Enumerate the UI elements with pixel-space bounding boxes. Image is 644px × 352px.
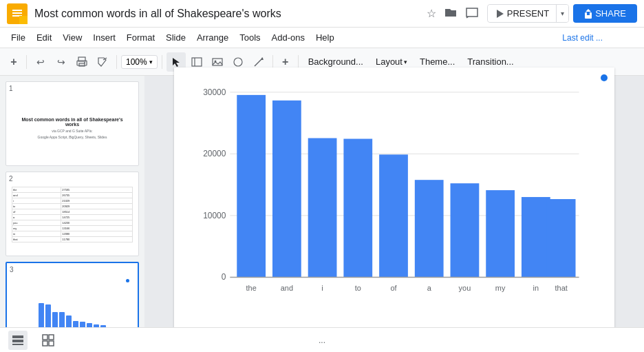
svg-text:and: and [281, 284, 293, 292]
slide-canvas[interactable]: 30000 20000 10000 0 the and [174, 68, 614, 336]
mini-bar [52, 312, 58, 327]
menu-slide[interactable]: Slide [160, 30, 191, 45]
svg-text:the: the [246, 284, 257, 292]
list-view-button[interactable] [8, 331, 28, 350]
undo-button[interactable]: ↩ [31, 52, 50, 72]
svg-rect-14 [192, 58, 202, 66]
svg-marker-7 [586, 9, 591, 12]
svg-rect-43 [486, 190, 515, 277]
slide-preview-2: the27595and26735i21029to20929of18514a147… [9, 184, 136, 253]
mini-table: the27595and26735i21029to20929of18514a147… [12, 187, 133, 242]
svg-rect-31 [272, 100, 301, 277]
present-label: PRESENT [507, 8, 549, 19]
menu-format[interactable]: Format [121, 30, 160, 45]
canvas-area: 30000 20000 10000 0 the and [144, 76, 644, 327]
svg-rect-1 [12, 10, 22, 11]
share-button[interactable]: SHARE [573, 4, 637, 23]
toolbar-divider-2 [116, 55, 117, 69]
toolbar-divider-3 [162, 55, 162, 69]
doc-title: Most common words in all of Shakespeare'… [34, 8, 422, 20]
slide-thumb-3[interactable]: 3 [6, 262, 139, 327]
svg-rect-3 [12, 15, 22, 17]
slide-preview-3 [10, 275, 135, 327]
slide-number-2: 2 [9, 175, 136, 183]
add-slide-button[interactable]: + [6, 52, 22, 72]
toolbar-divider-4 [272, 55, 273, 69]
grid-view-button[interactable] [39, 331, 58, 350]
svg-text:10000: 10000 [203, 210, 226, 220]
slide-preview-1: Most common words in all of Shakespeare'… [9, 94, 136, 163]
svg-text:0: 0 [222, 272, 226, 282]
svg-rect-55 [43, 341, 47, 346]
svg-text:that: that [555, 284, 568, 292]
svg-text:a: a [427, 284, 432, 292]
slide-number-3: 3 [10, 266, 135, 273]
svg-rect-51 [12, 340, 23, 342]
svg-text:30000: 30000 [203, 87, 226, 96]
mini-bar [45, 304, 51, 327]
menu-addons[interactable]: Add-ons [266, 30, 310, 45]
menu-arrange[interactable]: Arrange [191, 30, 234, 45]
slide-thumb-2[interactable]: 2 the27595and26735i21029to20929of18514a1… [6, 172, 139, 256]
svg-text:20000: 20000 [203, 149, 226, 158]
svg-rect-33 [308, 138, 337, 277]
star-icon[interactable]: ☆ [427, 7, 436, 20]
menu-help[interactable]: Help [310, 30, 340, 45]
svg-rect-52 [12, 344, 23, 345]
redo-button[interactable]: ↪ [52, 52, 71, 72]
svg-rect-54 [49, 335, 54, 340]
comment-button[interactable] [461, 3, 483, 25]
menu-tools[interactable]: Tools [234, 30, 266, 45]
svg-text:to: to [355, 284, 361, 292]
svg-rect-35 [343, 138, 372, 277]
share-label: SHARE [595, 8, 626, 19]
svg-rect-29 [237, 94, 266, 277]
svg-rect-16 [213, 59, 222, 65]
svg-rect-10 [79, 63, 85, 66]
menu-edit[interactable]: Edit [31, 30, 57, 45]
svg-text:of: of [390, 284, 397, 292]
zoom-level: 100% [126, 57, 147, 67]
menu-insert[interactable]: Insert [87, 30, 121, 45]
mini-bar [80, 322, 85, 327]
menu-file[interactable]: File [6, 30, 31, 45]
present-dropdown[interactable]: ▾ [556, 5, 568, 22]
slide1-subtitle: via GCP and G Suite APIs: [52, 129, 92, 133]
svg-text:in: in [533, 284, 539, 292]
mini-bar [39, 303, 44, 327]
slide-thumb-1[interactable]: 1 Most common words in all of Shakespear… [6, 81, 139, 166]
svg-text:i: i [321, 284, 323, 292]
svg-point-18 [234, 58, 242, 66]
svg-rect-56 [49, 341, 54, 346]
svg-marker-20 [261, 57, 264, 60]
toolbar-divider-5 [298, 55, 299, 69]
slide1-sub2: Google Apps Script, BigQuery, Sheets, Sl… [38, 135, 107, 139]
svg-rect-47 [547, 199, 576, 277]
svg-point-11 [84, 62, 85, 63]
slide3-dot [126, 279, 129, 282]
app-icon [7, 3, 28, 24]
present-button[interactable]: PRESENT [488, 5, 556, 22]
svg-marker-13 [173, 58, 180, 67]
slide-panel: 1 Most common words in all of Shakespear… [0, 76, 144, 327]
svg-marker-4 [497, 10, 504, 18]
paint-format-button[interactable] [93, 52, 112, 72]
print-button[interactable] [72, 52, 92, 72]
mini-bar [73, 321, 78, 327]
mini-bar [66, 315, 72, 327]
svg-text:my: my [495, 284, 506, 292]
svg-rect-50 [12, 335, 23, 338]
svg-rect-41 [451, 183, 480, 277]
svg-rect-45 [522, 197, 550, 277]
expand-dots: ... [319, 335, 325, 345]
slide-number-1: 1 [9, 85, 136, 92]
menu-view[interactable]: View [57, 30, 87, 45]
svg-rect-37 [379, 154, 408, 277]
svg-rect-53 [43, 335, 47, 340]
bar-chart: 30000 20000 10000 0 the and [185, 79, 603, 325]
last-edit-link[interactable]: Last edit ... [562, 33, 603, 43]
zoom-control[interactable]: 100% ▾ [121, 55, 158, 69]
svg-rect-39 [415, 180, 444, 277]
svg-text:you: you [459, 284, 471, 292]
folder-icon[interactable] [444, 7, 457, 21]
